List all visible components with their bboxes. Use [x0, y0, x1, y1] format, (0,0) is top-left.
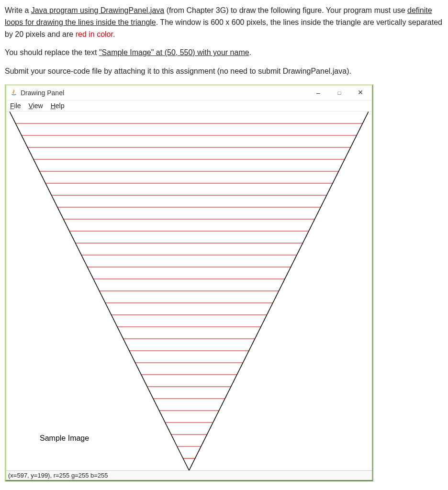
menu-label-rest: iew [33, 102, 43, 110]
text: Write a [5, 6, 31, 14]
window-controls: – □ × [314, 88, 368, 98]
mnemonic: F [10, 102, 14, 110]
menu-label-rest: elp [56, 102, 65, 110]
menu-label-rest: ile [14, 102, 21, 110]
instruction-paragraph-1: Write a Java program using DrawingPanel.… [5, 5, 443, 40]
java-icon [10, 89, 18, 97]
link-sample-image: "Sample Image" at (50, 550) with your na… [99, 48, 249, 56]
statusbar: (x=597, y=199), r=255 g=255 b=255 [6, 470, 372, 480]
text: You should replace the text [5, 48, 99, 56]
menu-help[interactable]: Help [51, 102, 65, 110]
titlebar: Drawing Panel – □ × [6, 86, 372, 100]
drawing-canvas: Sample Image [10, 111, 369, 470]
minimize-button[interactable]: – [314, 88, 323, 98]
window-title: Drawing Panel [21, 89, 314, 97]
assignment-instructions: Write a Java program using DrawingPanel.… [5, 5, 443, 78]
instruction-paragraph-2: You should replace the text "Sample Imag… [5, 47, 443, 59]
menu-view[interactable]: View [29, 102, 43, 110]
mnemonic: H [51, 102, 56, 110]
mnemonic: V [29, 102, 33, 110]
menu-file[interactable]: File [10, 102, 21, 110]
drawing-panel-window: Drawing Panel – □ × File View Help Sampl… [5, 84, 373, 481]
menubar: File View Help [6, 100, 372, 111]
text: (from Chapter 3G) to draw the following … [164, 6, 407, 14]
text: . [113, 30, 115, 38]
text: . [249, 48, 251, 56]
sample-image-label: Sample Image [40, 434, 89, 442]
maximize-button[interactable]: □ [335, 88, 344, 98]
text-red: red in color [76, 30, 113, 38]
close-button[interactable]: × [356, 88, 365, 98]
link-drawingpanel: Java program using DrawingPanel.java [31, 6, 164, 14]
instruction-paragraph-3: Submit your source-code file by attachin… [5, 66, 443, 78]
canvas-area: Sample Image [6, 111, 372, 470]
